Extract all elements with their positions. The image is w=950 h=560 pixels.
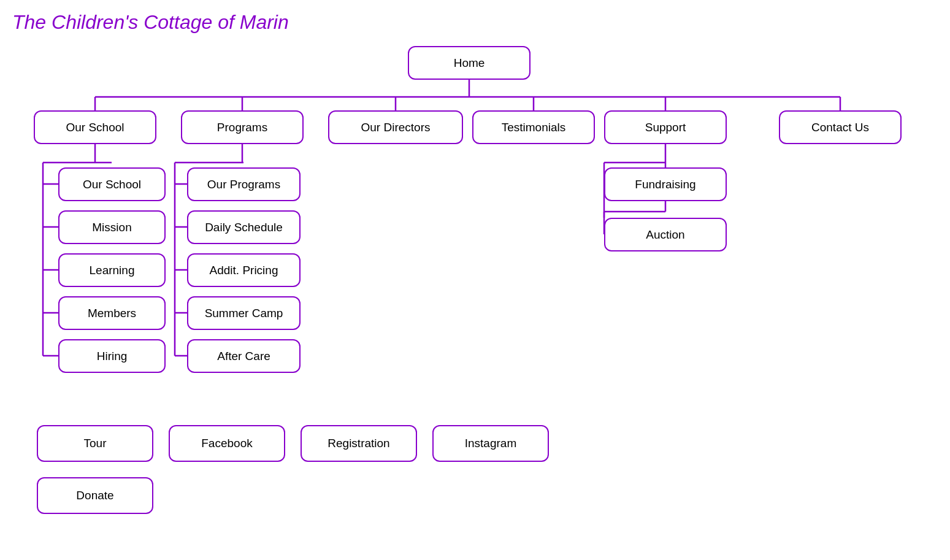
tour-node[interactable]: Tour xyxy=(37,425,153,462)
addit-pricing-node[interactable]: Addit. Pricing xyxy=(187,253,301,287)
our-school-child-node[interactable]: Our School xyxy=(58,167,166,201)
our-directors-node[interactable]: Our Directors xyxy=(328,110,463,144)
fundraising-node[interactable]: Fundraising xyxy=(604,167,727,201)
members-node[interactable]: Members xyxy=(58,296,166,330)
facebook-node[interactable]: Facebook xyxy=(169,425,285,462)
support-node[interactable]: Support xyxy=(604,110,727,144)
auction-node[interactable]: Auction xyxy=(604,218,727,251)
our-school-top-node[interactable]: Our School xyxy=(34,110,156,144)
our-programs-node[interactable]: Our Programs xyxy=(187,167,301,201)
hiring-node[interactable]: Hiring xyxy=(58,339,166,373)
contact-us-node[interactable]: Contact Us xyxy=(779,110,902,144)
home-node[interactable]: Home xyxy=(408,46,531,80)
daily-schedule-node[interactable]: Daily Schedule xyxy=(187,210,301,244)
donate-node[interactable]: Donate xyxy=(37,477,153,514)
instagram-node[interactable]: Instagram xyxy=(432,425,549,462)
testimonials-node[interactable]: Testimonials xyxy=(472,110,595,144)
mission-node[interactable]: Mission xyxy=(58,210,166,244)
site-title: The Children's Cottage of Marin xyxy=(12,11,289,34)
registration-node[interactable]: Registration xyxy=(301,425,417,462)
after-care-node[interactable]: After Care xyxy=(187,339,301,373)
summer-camp-node[interactable]: Summer Camp xyxy=(187,296,301,330)
programs-top-node[interactable]: Programs xyxy=(181,110,304,144)
learning-node[interactable]: Learning xyxy=(58,253,166,287)
